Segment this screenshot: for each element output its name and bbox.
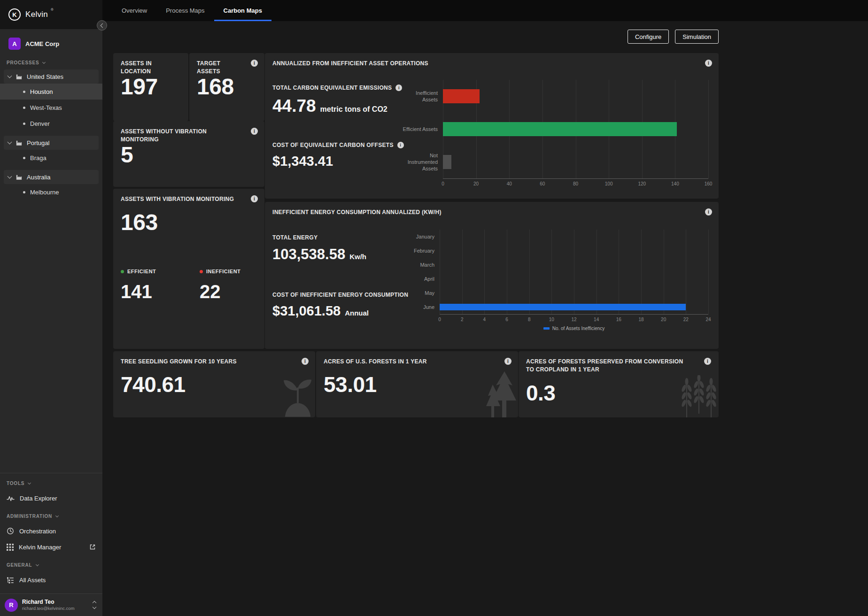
factory-icon bbox=[16, 139, 23, 146]
general-section-label[interactable]: GENERAL bbox=[0, 555, 102, 572]
tree-item-label: Portugal bbox=[27, 139, 49, 146]
card-annualized-emissions: ANNUALIZED FROM INEFFICIENT ASSET OPERAT… bbox=[265, 53, 719, 199]
configure-button[interactable]: Configure bbox=[628, 30, 669, 44]
x-tick-label: 16 bbox=[616, 317, 621, 322]
chart-bar bbox=[443, 89, 480, 103]
card-title: TARGET ASSETS bbox=[197, 60, 245, 76]
tools-label-text: TOOLS bbox=[7, 481, 24, 486]
x-tick-label: 12 bbox=[571, 317, 576, 322]
tree-seedling-value: 740.61 bbox=[121, 372, 186, 397]
emissions-unit: metric tons of CO2 bbox=[320, 105, 388, 114]
org-avatar: A bbox=[8, 38, 21, 50]
sidebar-collapse-button[interactable] bbox=[97, 20, 107, 31]
gridline bbox=[708, 80, 709, 178]
info-icon[interactable] bbox=[251, 60, 258, 67]
tree-item-west-texas[interactable]: West-Texas bbox=[0, 100, 102, 116]
tools-section-label[interactable]: TOOLS bbox=[0, 473, 102, 490]
x-tick-label: 4 bbox=[483, 317, 486, 322]
metric-label: TOTAL ENERGY bbox=[272, 234, 318, 241]
x-tick-label: 160 bbox=[705, 181, 713, 186]
total-energy-metric: TOTAL ENERGY 103,538.58 Kw/h bbox=[272, 234, 366, 263]
x-tick-label: 22 bbox=[683, 317, 689, 322]
category-label: February bbox=[414, 247, 434, 254]
forest-icon bbox=[485, 370, 517, 417]
sidebar-item-data-explorer[interactable]: Data Explorer bbox=[0, 490, 102, 506]
chevron-down-icon bbox=[55, 514, 59, 517]
card-energy-consumption: INEFFICIENT ENERGY CONSUMPTION ANNUALIZE… bbox=[265, 202, 719, 349]
info-icon[interactable] bbox=[704, 358, 711, 365]
tree-item-melbourne[interactable]: Melbourne bbox=[0, 184, 102, 200]
tree-item-label: Australia bbox=[27, 174, 51, 181]
energy-bar-chart: JanuaryFebruaryMarchAprilMayJune02468101… bbox=[392, 230, 708, 331]
x-tick-label: 0 bbox=[442, 181, 444, 186]
waveform-icon bbox=[7, 495, 15, 501]
x-tick-label: 24 bbox=[705, 317, 711, 322]
x-tick-label: 60 bbox=[540, 181, 545, 186]
x-tick-label: 140 bbox=[671, 181, 679, 186]
tree-group-portugal: Portugal Braga bbox=[0, 136, 102, 166]
chart-bar bbox=[443, 155, 451, 169]
info-icon[interactable] bbox=[251, 195, 258, 202]
brand: K Kelvin ® bbox=[0, 0, 102, 29]
card-title: INEFFICIENT ENERGY CONSUMPTION ANNUALIZE… bbox=[272, 208, 442, 216]
red-dot-icon bbox=[200, 270, 203, 273]
tree-item-portugal[interactable]: Portugal bbox=[4, 136, 99, 150]
factory-icon bbox=[16, 73, 23, 80]
sidebar-item-label: Data Explorer bbox=[20, 495, 57, 502]
x-tick-label: 10 bbox=[549, 317, 554, 322]
chevron-down-icon bbox=[28, 481, 31, 484]
tree-item-australia[interactable]: Australia bbox=[4, 170, 99, 184]
dashboard: Configure Simulation ASSETS IN LOCATION … bbox=[113, 0, 719, 616]
clock-icon bbox=[7, 527, 14, 535]
category-label: April bbox=[424, 276, 434, 282]
tree-item-braga[interactable]: Braga bbox=[0, 150, 102, 166]
tree-item-denver[interactable]: Denver bbox=[0, 116, 102, 131]
card-title: ASSETS WITH VIBRATION MONITORING bbox=[121, 195, 234, 203]
x-tick-label: 6 bbox=[505, 317, 508, 322]
sidebar: K Kelvin ® A ACME Corp PROCESSES United … bbox=[0, 0, 102, 616]
chevron-down-icon bbox=[8, 174, 12, 178]
user-menu[interactable]: R Richard Teo richard.teo@kelvininc.com bbox=[0, 593, 102, 616]
tree-item-houston[interactable]: Houston bbox=[0, 84, 102, 100]
x-tick-label: 0 bbox=[438, 317, 441, 322]
user-avatar: R bbox=[5, 599, 18, 612]
org-switcher[interactable]: A ACME Corp bbox=[4, 35, 99, 53]
sidebar-item-label: Orchestration bbox=[19, 528, 56, 535]
card-target-assets: TARGET ASSETS 168 bbox=[189, 53, 264, 121]
administration-section-label[interactable]: ADMINISTRATION bbox=[0, 506, 102, 523]
tree-child-label: Braga bbox=[30, 154, 46, 162]
tree-item-united-states[interactable]: United States bbox=[4, 69, 99, 84]
category-label: January bbox=[416, 233, 434, 240]
sidebar-item-label: Kelvin Manager bbox=[19, 544, 84, 551]
card-without-vibration: ASSETS WITHOUT VIBRATION MONITORING 5 bbox=[113, 121, 264, 187]
card-title: ASSETS IN LOCATION bbox=[121, 60, 182, 76]
target-assets-value: 168 bbox=[197, 74, 234, 100]
process-tree: United States Houston West-Texas Denver … bbox=[0, 69, 102, 204]
category-label: March bbox=[420, 262, 434, 268]
info-icon[interactable] bbox=[302, 358, 309, 365]
emissions-value: 44.78 bbox=[272, 96, 316, 116]
chevron-down-icon bbox=[42, 60, 46, 63]
chevron-left-icon bbox=[101, 23, 105, 28]
simulation-button[interactable]: Simulation bbox=[675, 30, 719, 44]
category-label: May bbox=[425, 290, 434, 296]
tree-child-label: Denver bbox=[30, 120, 50, 127]
info-icon[interactable] bbox=[705, 208, 712, 216]
x-tick-label: 20 bbox=[661, 317, 666, 322]
sidebar-item-all-assets[interactable]: All Assets bbox=[0, 572, 102, 588]
chart-legend: No. of Assets Inefficiency bbox=[392, 326, 708, 331]
sidebar-item-kelvin-manager[interactable]: Kelvin Manager bbox=[0, 539, 102, 555]
tree-group-united-states: United States Houston West-Texas Denver bbox=[0, 69, 102, 131]
info-icon[interactable] bbox=[251, 128, 258, 135]
chevron-down-icon bbox=[8, 139, 12, 144]
x-tick-label: 120 bbox=[638, 181, 646, 186]
sidebar-item-orchestration[interactable]: Orchestration bbox=[0, 523, 102, 539]
processes-section-label[interactable]: PROCESSES bbox=[0, 53, 102, 69]
without-vibration-value: 5 bbox=[121, 142, 133, 168]
info-icon[interactable] bbox=[705, 60, 712, 67]
x-tick-label: 8 bbox=[528, 317, 531, 322]
category-label: Not Instrumented Assets bbox=[401, 152, 438, 172]
assets-in-location-value: 197 bbox=[121, 74, 158, 100]
org-name: ACME Corp bbox=[25, 40, 59, 47]
info-icon[interactable] bbox=[504, 358, 512, 365]
